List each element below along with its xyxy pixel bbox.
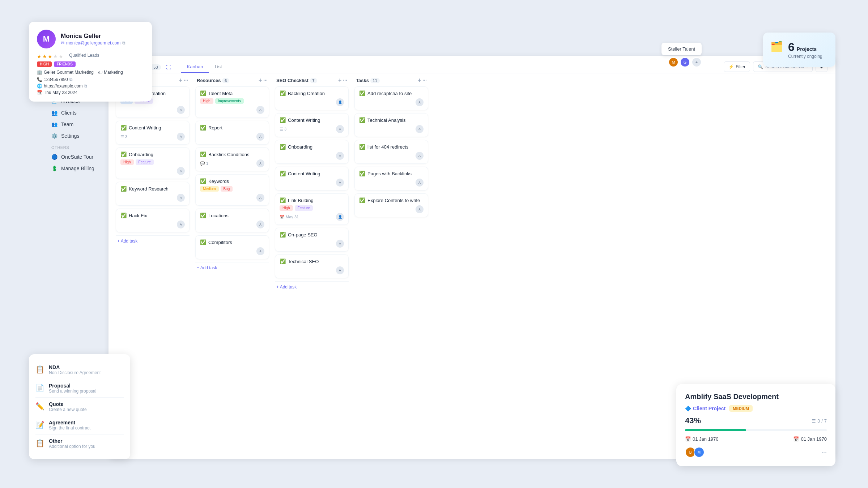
resources-label: Resources xyxy=(197,78,221,83)
sidebar-item-onesuite[interactable]: 🔵 OneSuite Tour xyxy=(47,151,119,163)
tag-high: High xyxy=(120,159,134,165)
doc-quote-subtitle: Create a new quote xyxy=(49,407,87,412)
contact-name: Monica Geller xyxy=(61,33,125,40)
task-hack-fix[interactable]: ✅Hack Fix A xyxy=(116,209,190,232)
task-content-writing-done[interactable]: ✅Content Writing ☰ 3 A xyxy=(116,121,190,145)
task-avatar: A xyxy=(416,179,424,187)
tasks-more-icon[interactable]: ··· xyxy=(422,77,427,83)
doc-menu-nda[interactable]: 📋 NDA Non-Disclosure Agreement xyxy=(35,361,124,379)
task-technical-analysis[interactable]: ✅Technical Analysis A xyxy=(354,113,428,137)
column-resources: Resources 6 + ··· ✅Talent Meta High Impr… xyxy=(192,73,272,431)
sidebar-label: OneSuite Tour xyxy=(61,154,93,160)
check-icon: ✅ xyxy=(280,144,286,150)
task-technical-seo[interactable]: ✅Technical SEO A xyxy=(275,254,349,278)
quote-icon: ✏️ xyxy=(35,402,44,411)
subtask-count: ☰ 3 xyxy=(280,127,286,132)
check-icon: ✅ xyxy=(280,258,286,264)
doc-menu-other[interactable]: 📋 Other Additional option for you xyxy=(35,435,124,453)
task-pages-backlinks[interactable]: ✅Pages with Backlinks A xyxy=(354,167,428,191)
user-avatar-1[interactable]: M xyxy=(668,57,678,67)
add-user-button[interactable]: + xyxy=(692,57,702,67)
task-talent-meta[interactable]: ✅Talent Meta High Improvements A xyxy=(195,86,269,118)
tasks-add-icon[interactable]: + xyxy=(418,77,421,84)
globe-icon: 🌐 xyxy=(37,84,42,89)
task-onpage-seo[interactable]: ✅On-page SEO A xyxy=(275,228,349,252)
seo-more-icon[interactable]: ··· xyxy=(343,77,347,83)
doc-menu-agreement[interactable]: 📝 Agreement Sign the final contract xyxy=(35,416,124,435)
doc-menu-proposal[interactable]: 📄 Proposal Send a winning proposal xyxy=(35,379,124,398)
doc-menu-quote[interactable]: ✏️ Quote Create a new quote xyxy=(35,398,124,416)
email-icon: ✉ xyxy=(61,40,64,46)
resources-add-task[interactable]: + Add task xyxy=(195,262,269,273)
task-explore-contents[interactable]: ✅Explore Contents to write A xyxy=(354,193,428,217)
task-link-bulding[interactable]: ✅Link Bulding High Feature 📅 May 31 👤 xyxy=(275,193,349,225)
seo-add-icon[interactable]: + xyxy=(338,77,341,84)
copy-icon[interactable]: ⧉ xyxy=(122,40,125,46)
project-avatars: B M xyxy=(685,447,702,458)
tab-list[interactable]: List xyxy=(209,61,227,73)
task-compititors[interactable]: ✅Compititors A xyxy=(195,235,269,259)
task-avatar: A xyxy=(256,159,264,167)
doc-proposal-subtitle: Send a winning proposal xyxy=(49,389,96,394)
task-avatar: 👤 xyxy=(336,98,344,106)
task-locations[interactable]: ✅Locations A xyxy=(195,209,269,232)
project-detail-card: Amblify SaaS Development 🔷 Client Projec… xyxy=(676,384,835,466)
projects-icon: 🗂️ xyxy=(770,40,783,52)
done-add-task[interactable]: + Add task xyxy=(116,235,190,247)
kanban-expand-icon[interactable]: ⛶ xyxy=(166,64,171,70)
task-avatar: A xyxy=(336,266,344,274)
resources-add-icon[interactable]: + xyxy=(259,77,262,84)
task-seo-backling[interactable]: ✅Backling Creation 👤 xyxy=(275,86,349,110)
user-avatar-2[interactable]: G xyxy=(680,57,690,67)
done-more-icon[interactable]: ··· xyxy=(184,77,188,83)
phone-copy-icon[interactable]: ⧉ xyxy=(69,77,73,82)
project-more-button[interactable]: ··· xyxy=(821,449,827,456)
sidebar-item-billing[interactable]: 💲 Manage Billing xyxy=(47,163,119,174)
sidebar-item-team[interactable]: 👥 Team xyxy=(47,119,119,130)
sidebar-item-clients[interactable]: 👥 Clients xyxy=(47,107,119,119)
project-type: 🔷 Client Project xyxy=(685,406,726,411)
task-keywords[interactable]: ✅Keywords Medium Bug A xyxy=(195,174,269,206)
project-tasks: ☰ 3 / 7 xyxy=(812,418,827,424)
agreement-icon: 📝 xyxy=(35,420,44,429)
task-backlink-conditions[interactable]: ✅Backlink Conditions 💬 1 A xyxy=(195,147,269,171)
doc-quote-title: Quote xyxy=(49,401,87,407)
sidebar-item-settings[interactable]: ⚙️ Settings xyxy=(47,130,119,142)
billing-icon: 💲 xyxy=(51,166,58,171)
task-onboarding-done[interactable]: ✅Onboarding High Feature A xyxy=(116,147,190,179)
tag-bug: Bug xyxy=(221,186,233,192)
check-icon: ✅ xyxy=(280,171,286,176)
check-green-icon: ✅ xyxy=(200,125,206,130)
search-icon: 🔍 xyxy=(758,64,763,69)
seo-add-task[interactable]: + Add task xyxy=(275,281,349,292)
done-add-icon[interactable]: + xyxy=(179,77,182,84)
check-icon: ✅ xyxy=(359,197,365,203)
dept-icon: 🏷 xyxy=(98,70,102,75)
task-avatar: A xyxy=(336,152,344,160)
website-copy-icon[interactable]: ⧉ xyxy=(84,84,87,89)
task-seo-content-writing[interactable]: ✅Content Writing ☰ 3 A xyxy=(275,113,349,137)
task-avatar: A xyxy=(256,221,264,228)
task-seo-content-writing2[interactable]: ✅Content Writing A xyxy=(275,167,349,191)
seo-checklist-count: 7 xyxy=(310,78,317,83)
task-seo-onboarding[interactable]: ✅Onboarding A xyxy=(275,140,349,164)
projects-count: 6 xyxy=(788,40,795,54)
task-avatar: A xyxy=(336,179,344,187)
calendar-icon: 📅 xyxy=(793,436,799,442)
project-detail-footer: B M ··· xyxy=(685,447,827,458)
task-keyword-research[interactable]: ✅Keyword Research A xyxy=(116,182,190,206)
task-report[interactable]: ✅Report A xyxy=(195,121,269,145)
filter-button[interactable]: ⚡ Filter xyxy=(724,61,750,72)
task-add-recaptcha[interactable]: ✅Add recaptcha to site A xyxy=(354,86,428,110)
tag-friends: FRIENDS xyxy=(54,61,76,67)
team-icon: 👥 xyxy=(51,121,58,127)
sidebar-label: Team xyxy=(61,121,73,127)
resources-more-icon[interactable]: ··· xyxy=(263,77,268,83)
task-404-redirects[interactable]: ✅list for 404 redirects A xyxy=(354,140,428,164)
contact-email: ✉ monica@gellergourmet.com ⧉ xyxy=(61,40,125,46)
tab-kanban[interactable]: Kanban xyxy=(181,61,209,73)
contact-website: 🌐 https://example.com ⧉ xyxy=(37,84,144,89)
task-avatar: A xyxy=(416,205,424,213)
project-percent: 43% xyxy=(685,416,701,425)
calendar-icon: 📅 xyxy=(685,436,691,442)
